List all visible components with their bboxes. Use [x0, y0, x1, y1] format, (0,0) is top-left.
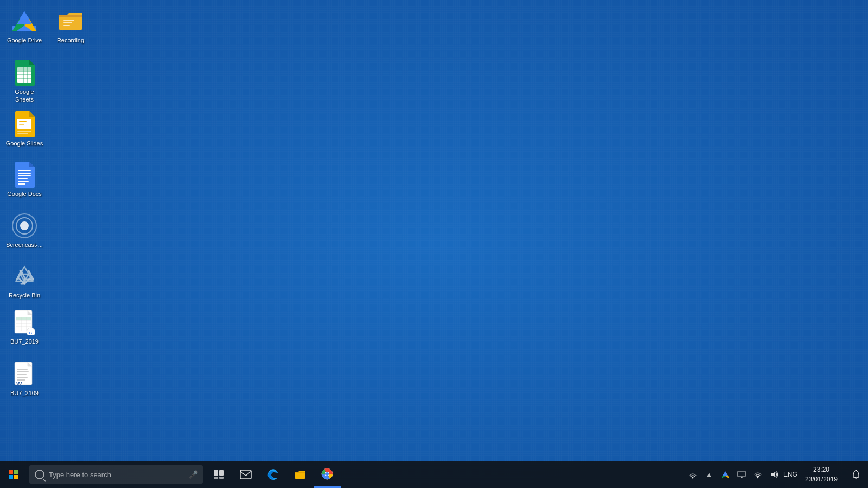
svg-rect-68	[738, 471, 745, 477]
desktop: Google Drive Recording	[0, 0, 868, 461]
hidden-icons-chevron[interactable]: ▲	[701, 461, 717, 488]
svg-rect-22	[17, 133, 28, 134]
screencast-icon[interactable]: Screencast-...	[3, 210, 46, 252]
svg-rect-24	[18, 173, 31, 174]
svg-marker-72	[771, 472, 775, 477]
svg-rect-20	[19, 124, 24, 125]
svg-rect-27	[18, 181, 29, 182]
svg-rect-18	[17, 119, 31, 129]
google-docs-icon[interactable]: Google Docs	[3, 159, 46, 201]
svg-rect-51	[9, 475, 13, 479]
google-sheets-label: Google Sheets	[5, 88, 44, 104]
svg-rect-43	[17, 369, 28, 370]
chrome-app[interactable]	[314, 461, 341, 488]
wifi-icon[interactable]	[750, 461, 766, 488]
svg-rect-46	[17, 377, 28, 378]
recycle-bin-icon[interactable]: Recycle Bin	[3, 260, 46, 302]
language-indicator[interactable]: ENG	[782, 461, 799, 488]
taskbar: 🎤	[0, 461, 868, 488]
svg-rect-23	[18, 170, 31, 171]
recording-icon[interactable]: Recording	[49, 5, 92, 47]
mail-app[interactable]	[232, 461, 259, 488]
svg-text:G: G	[29, 331, 32, 335]
file-explorer-app[interactable]	[286, 461, 314, 488]
system-clock[interactable]: 23:20 23/01/2019	[799, 461, 844, 488]
microphone-icon[interactable]: 🎤	[189, 470, 197, 479]
search-input[interactable]	[49, 471, 184, 479]
svg-rect-52	[14, 475, 18, 479]
clock-time: 23:20	[813, 465, 829, 474]
svg-rect-55	[214, 477, 218, 479]
task-view-button[interactable]	[205, 461, 232, 488]
notification-center[interactable]	[844, 461, 868, 488]
system-tray: ▲	[685, 461, 868, 488]
svg-rect-59	[295, 472, 305, 473]
svg-rect-54	[219, 470, 224, 476]
google-slides-icon[interactable]: Google Slides	[3, 108, 46, 150]
clock-date: 23/01/2019	[805, 474, 838, 484]
svg-rect-57	[240, 470, 251, 479]
svg-rect-9	[63, 22, 72, 23]
svg-marker-67	[723, 471, 728, 476]
svg-point-62	[326, 472, 329, 476]
svg-rect-21	[17, 131, 31, 132]
svg-rect-49	[9, 470, 13, 474]
svg-rect-26	[18, 178, 28, 179]
bu7-2109-label: BU7_2109	[10, 389, 39, 397]
svg-point-71	[757, 477, 759, 479]
svg-point-31	[20, 221, 29, 230]
svg-text:W: W	[16, 381, 22, 387]
svg-rect-17	[17, 67, 31, 71]
gdrive-tray-icon[interactable]	[717, 461, 733, 488]
svg-rect-25	[18, 175, 31, 176]
volume-icon[interactable]	[766, 461, 782, 488]
google-sheets-icon[interactable]: Google Sheets	[3, 56, 46, 107]
svg-rect-56	[219, 477, 224, 479]
svg-rect-10	[63, 25, 70, 26]
recycle-bin-label: Recycle Bin	[9, 291, 40, 299]
recording-label: Recording	[57, 36, 84, 44]
svg-rect-50	[14, 470, 18, 474]
screencast-label: Screencast-...	[6, 241, 43, 249]
start-button[interactable]	[0, 461, 27, 488]
bu7-2019-icon[interactable]: G BU7_2019	[3, 306, 46, 348]
svg-rect-44	[17, 371, 29, 372]
display-icon[interactable]	[733, 461, 750, 488]
svg-rect-19	[19, 121, 27, 122]
edge-browser-app[interactable]	[259, 461, 286, 488]
google-docs-label: Google Docs	[7, 190, 42, 198]
svg-rect-7	[59, 15, 82, 17]
bu7-2109-icon[interactable]: W BU7_2109	[3, 358, 46, 400]
google-drive-icon[interactable]: Google Drive	[3, 5, 46, 47]
google-slides-label: Google Slides	[6, 140, 43, 147]
svg-rect-45	[17, 374, 27, 375]
network-icon[interactable]	[685, 461, 701, 488]
svg-rect-8	[63, 20, 74, 21]
search-icon	[35, 470, 44, 479]
taskbar-search[interactable]: 🎤	[29, 465, 203, 484]
svg-rect-34	[16, 317, 31, 320]
google-drive-label: Google Drive	[7, 36, 42, 44]
svg-rect-53	[214, 470, 218, 476]
svg-rect-28	[18, 183, 25, 185]
svg-point-63	[692, 477, 693, 479]
bu7-2019-label: BU7_2019	[10, 338, 39, 345]
